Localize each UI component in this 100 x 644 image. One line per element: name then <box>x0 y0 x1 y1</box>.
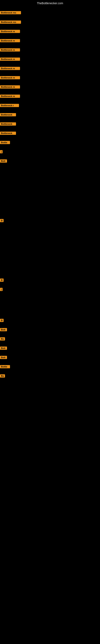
bottleneck-label-16: | <box>0 150 2 153</box>
bottleneck-label-9: Bottleneck re <box>0 85 20 88</box>
bottleneck-label-10: Bottleneck re <box>0 94 20 98</box>
bottleneck-label-5: Bottleneck re <box>0 48 20 52</box>
bottleneck-label-18: B <box>0 219 3 222</box>
bottleneck-label-1: Bottleneck res <box>0 11 21 14</box>
bottleneck-label-11: Bottleneck r <box>0 104 19 107</box>
bottleneck-label-20: | <box>0 288 2 291</box>
bottleneck-label-23: Bo <box>0 337 5 340</box>
bottleneck-label-15: Bottle <box>0 141 10 144</box>
bottleneck-label-13: Bottleneck <box>0 122 16 126</box>
bottleneck-label-25: Bott <box>0 356 7 359</box>
bottleneck-label-8: Bottleneck re <box>0 76 20 79</box>
bottleneck-label-7: Bottleneck re <box>0 67 20 70</box>
bottleneck-label-22: Bott <box>0 328 7 331</box>
bottleneck-label-3: Bottleneck re <box>0 30 20 33</box>
bottleneck-label-2: Bottleneck res <box>0 20 21 24</box>
bottleneck-label-17: Bott <box>0 160 7 162</box>
bottleneck-label-12: Bottleneck <box>0 113 16 116</box>
bottleneck-label-19: B <box>0 278 3 282</box>
bottleneck-label-6: Bottleneck re <box>0 58 20 61</box>
bottleneck-label-24: Bott <box>0 346 7 350</box>
bottleneck-label-27: Bo <box>0 374 5 378</box>
bottleneck-label-4: Bottleneck re <box>0 39 20 42</box>
bottleneck-label-26: Bottle <box>0 365 10 368</box>
bottleneck-label-14: Bottleneck <box>0 132 16 135</box>
bottleneck-label-21: B <box>0 319 3 322</box>
site-title: TheBottlenecker.com <box>0 2 100 5</box>
